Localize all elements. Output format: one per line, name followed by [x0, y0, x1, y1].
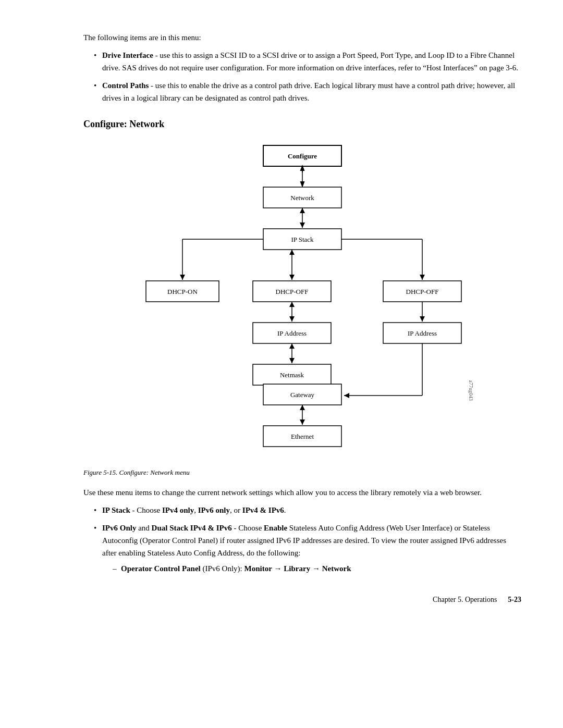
watermark: a77ug043	[468, 380, 474, 401]
section-heading: Configure: Network	[83, 119, 521, 130]
node-dhcp-on: DHCP-ON	[167, 288, 198, 295]
node-configure: Configure	[288, 152, 317, 160]
svg-marker-33	[344, 393, 349, 398]
svg-marker-10	[180, 275, 185, 280]
ipv6-only-label: IPv6 Only	[102, 524, 136, 532]
svg-marker-40	[300, 419, 305, 425]
svg-marker-25	[289, 358, 295, 363]
svg-marker-6	[300, 208, 305, 213]
chapter-label: Chapter 5. Operations	[433, 596, 497, 603]
svg-marker-13	[289, 250, 295, 255]
svg-marker-22	[289, 302, 295, 307]
bullet-ipv6-only: IPv6 Only and Dual Stack IPv4 & IPv6 - C…	[94, 522, 521, 575]
drive-interface-label: Drive Interface	[102, 51, 153, 59]
drive-interface-text: - use this to assign a SCSI ID to a SCSI…	[102, 51, 518, 72]
node-ip-address-right: IP Address	[408, 329, 437, 337]
svg-marker-5	[300, 223, 305, 228]
svg-marker-12	[289, 275, 295, 280]
network-diagram: Configure Network IP Stack DHCP-ON DHCP-	[130, 140, 474, 463]
node-ip-address-left: IP Address	[277, 329, 307, 337]
page-number: 5-23	[508, 596, 521, 603]
sub-bullet-ocp: Operator Control Panel (IPv6 Only): Moni…	[113, 562, 521, 575]
svg-marker-41	[300, 405, 305, 410]
body-intro: Use these menu items to change the curre…	[83, 486, 521, 499]
node-ip-stack: IP Stack	[291, 236, 314, 243]
control-paths-text: - use this to enable the drive as a cont…	[102, 81, 515, 102]
node-gateway: Gateway	[290, 391, 315, 399]
intro-bullets: Drive Interface - use this to assign a S…	[94, 49, 521, 104]
ip-stack-label: IP Stack	[102, 506, 130, 514]
svg-marker-16	[420, 275, 425, 280]
bullet-ip-stack: IP Stack - Choose IPv4 only, IPv6 only, …	[94, 504, 521, 516]
intro-text: The following items are in this menu:	[83, 31, 521, 44]
svg-marker-26	[289, 343, 295, 349]
ocp-text: (IPv6 Only): Monitor → Library → Network	[203, 564, 351, 573]
control-paths-label: Control Paths	[102, 81, 149, 90]
ip-stack-text: - Choose IPv4 only, IPv6 only, or IPv4 &…	[132, 506, 286, 514]
ocp-label: Operator Control Panel	[121, 564, 201, 573]
node-netmask: Netmask	[280, 371, 304, 379]
page-footer: Chapter 5. Operations 5-23	[83, 596, 521, 604]
svg-marker-21	[289, 316, 295, 322]
node-network: Network	[290, 194, 314, 202]
ipv6-and: and	[138, 524, 151, 532]
dual-stack-label: Dual Stack IPv4 & IPv6	[152, 524, 232, 532]
svg-marker-29	[420, 316, 425, 322]
node-ethernet: Ethernet	[291, 433, 314, 440]
node-dhcp-off-right: DHCP-OFF	[406, 288, 439, 295]
node-dhcp-off-left: DHCP-OFF	[276, 288, 309, 295]
bullet-control-paths: Control Paths - use this to enable the d…	[94, 79, 521, 104]
body-bullets: IP Stack - Choose IPv4 only, IPv6 only, …	[94, 504, 521, 575]
figure-caption: Figure 5-15. Configure: Network menu	[83, 468, 521, 477]
bullet-drive-interface: Drive Interface - use this to assign a S…	[94, 49, 521, 74]
sub-bullets: Operator Control Panel (IPv6 Only): Moni…	[113, 562, 521, 575]
